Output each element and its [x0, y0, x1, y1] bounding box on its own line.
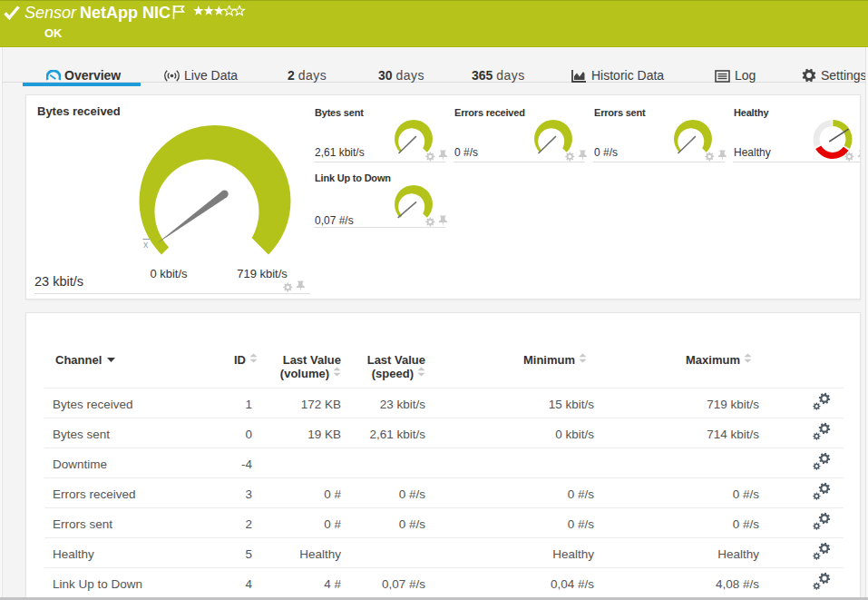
svg-text:x: x — [143, 239, 149, 250]
